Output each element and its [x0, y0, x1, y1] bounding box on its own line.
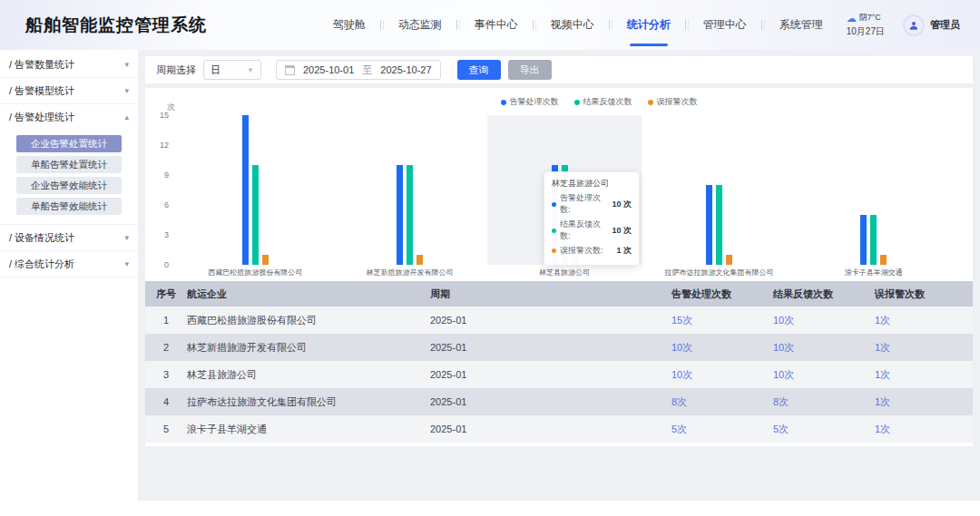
- tooltip-value: 10 次: [612, 199, 632, 210]
- nav-divider: [380, 20, 381, 30]
- nav-item-2[interactable]: 事件中心: [460, 0, 533, 50]
- nav-item-3[interactable]: 视频中心: [536, 0, 609, 50]
- nav-divider: [533, 20, 534, 30]
- row-index: 4: [145, 396, 187, 407]
- feedback-count-link[interactable]: 10次: [773, 368, 875, 382]
- chevron-down-icon: ▾: [124, 259, 129, 268]
- date-start: 2025-10-01: [303, 64, 354, 75]
- false-alarm-count-link[interactable]: 1次: [875, 423, 973, 436]
- legend-label: 告警处理次数: [510, 96, 559, 108]
- table-row: 3林芝县旅游公司2025-0110次10次1次: [145, 361, 973, 388]
- handled-count-link[interactable]: 15次: [671, 314, 773, 327]
- sidebar-group-label: / 告警模型统计: [9, 84, 74, 98]
- bar-group-4: 浪卡子县羊湖交通: [797, 115, 951, 265]
- table-header-cell: 误报警次数: [875, 287, 973, 301]
- tooltip-row: 结果反馈次数:10 次: [552, 219, 632, 242]
- bar[interactable]: [242, 115, 249, 265]
- handled-count-link[interactable]: 5次: [671, 423, 773, 436]
- false-alarm-count-link[interactable]: 1次: [875, 314, 973, 327]
- bar[interactable]: [407, 165, 413, 265]
- nav-item-4[interactable]: 统计分析: [612, 0, 685, 50]
- tooltip-title: 林芝县旅游公司: [552, 178, 632, 190]
- nav-item-6[interactable]: 系统管理: [765, 0, 838, 50]
- tooltip-row: 误报警次数:1 次: [552, 245, 632, 257]
- tooltip-series-name: 结果反馈次数:: [560, 219, 608, 242]
- company-cell: 林芝新措旅游开发有限公司: [187, 341, 430, 355]
- period-select[interactable]: 日 ▼: [203, 60, 261, 80]
- legend-label: 误报警次数: [657, 96, 698, 108]
- table-header-cell: 周期: [430, 287, 671, 301]
- tooltip-value: 10 次: [612, 225, 632, 237]
- x-axis-label: 西藏巴松措旅游股份有限公司: [208, 268, 302, 277]
- false-alarm-count-link[interactable]: 1次: [875, 368, 973, 382]
- sidebar-subitem[interactable]: 单船告警效能统计: [16, 198, 122, 215]
- bar[interactable]: [706, 185, 712, 265]
- sidebar-subitem[interactable]: 企业告警处置统计: [16, 135, 122, 152]
- table-row: 1西藏巴松措旅游股份有限公司2025-0115次10次1次: [145, 307, 973, 334]
- table-header-cell: 序号: [145, 287, 187, 301]
- sidebar-group-2: / 告警处理统计▴企业告警处置统计单船告警处置统计企业告警效能统计单船告警效能统…: [0, 104, 138, 225]
- table-header-cell: 告警处理次数: [671, 287, 773, 301]
- tooltip-series-name: 误报警次数:: [560, 245, 603, 257]
- sidebar-group-4: / 综合统计分析▾: [0, 251, 138, 277]
- tooltip-value: 1 次: [617, 245, 632, 257]
- false-alarm-count-link[interactable]: 1次: [875, 341, 973, 355]
- legend-dot-icon: [501, 100, 506, 105]
- bar[interactable]: [716, 185, 722, 265]
- legend-item[interactable]: 误报警次数: [648, 96, 698, 108]
- feedback-count-link[interactable]: 8次: [773, 395, 875, 409]
- tooltip-row: 告警处理次数:10 次: [552, 192, 632, 216]
- bar[interactable]: [726, 255, 732, 265]
- handled-count-link[interactable]: 8次: [671, 395, 773, 409]
- bar-group-0: 西藏巴松措旅游股份有限公司: [178, 115, 332, 265]
- bar[interactable]: [416, 255, 423, 265]
- nav-item-1[interactable]: 动态监测: [384, 0, 456, 50]
- bar[interactable]: [870, 215, 877, 265]
- sidebar-group-header-2[interactable]: / 告警处理统计▴: [9, 104, 129, 130]
- bar[interactable]: [397, 165, 403, 265]
- sidebar-submenu: 企业告警处置统计单船告警处置统计企业告警效能统计单船告警效能统计: [9, 130, 129, 224]
- export-button[interactable]: 导出: [508, 60, 552, 80]
- bar-group-2: 林芝县旅游公司林芝县旅游公司告警处理次数:10 次结果反馈次数:10 次误报警次…: [487, 115, 642, 265]
- table-row: 4拉萨布达拉旅游文化集团有限公司2025-018次8次1次: [145, 388, 973, 415]
- feedback-count-link[interactable]: 10次: [773, 314, 875, 327]
- date-range-picker[interactable]: 2025-10-01 至 2025-10-27: [276, 60, 441, 80]
- feedback-count-link[interactable]: 10次: [773, 341, 875, 355]
- user-menu[interactable]: 管理员: [903, 15, 960, 36]
- bar[interactable]: [262, 255, 269, 265]
- bar[interactable]: [880, 255, 887, 265]
- handled-count-link[interactable]: 10次: [671, 341, 773, 355]
- period-select-value: 日: [211, 63, 220, 77]
- chart-tooltip: 林芝县旅游公司告警处理次数:10 次结果反馈次数:10 次误报警次数:1 次: [544, 171, 640, 266]
- tooltip-series-name: 告警处理次数:: [560, 192, 608, 216]
- sidebar-group-header-1[interactable]: / 告警模型统计▾: [9, 78, 129, 103]
- sidebar-subitem[interactable]: 单船告警处置统计: [16, 156, 122, 173]
- sidebar-group-header-3[interactable]: / 设备情况统计▾: [9, 225, 129, 250]
- period-cell: 2025-01: [430, 315, 671, 326]
- nav-divider: [685, 20, 686, 30]
- sidebar-group-header-4[interactable]: / 综合统计分析▾: [9, 251, 129, 277]
- legend-dot-icon: [574, 100, 580, 105]
- sidebar-subitem[interactable]: 企业告警效能统计: [16, 177, 122, 194]
- bar[interactable]: [252, 165, 259, 265]
- data-table: 序号航运企业周期告警处理次数结果反馈次数误报警次数 1西藏巴松措旅游股份有限公司…: [145, 281, 973, 443]
- false-alarm-count-link[interactable]: 1次: [875, 395, 973, 409]
- period-cell: 2025-01: [430, 369, 671, 380]
- weather-condition: 阴7°C: [859, 12, 881, 24]
- legend-item[interactable]: 结果反馈次数: [574, 96, 632, 108]
- sidebar-group-header-0[interactable]: / 告警数量统计▾: [9, 52, 129, 77]
- top-bar: 船舶智能监控管理系统 驾驶舱动态监测事件中心视频中心统计分析管理中心系统管理 ☁…: [0, 0, 980, 50]
- bar-group-1: 林芝新措旅游开发有限公司: [332, 115, 486, 265]
- nav-divider: [456, 20, 457, 30]
- y-axis-tick: 6: [149, 200, 169, 209]
- nav-item-5[interactable]: 管理中心: [689, 0, 761, 50]
- query-button[interactable]: 查询: [457, 60, 501, 80]
- legend-item[interactable]: 告警处理次数: [501, 96, 559, 108]
- tooltip-dot-icon: [552, 248, 556, 253]
- bar[interactable]: [860, 215, 867, 265]
- handled-count-link[interactable]: 10次: [671, 368, 773, 382]
- nav-item-0[interactable]: 驾驶舱: [318, 0, 380, 50]
- y-axis-tick: 9: [149, 170, 169, 180]
- feedback-count-link[interactable]: 5次: [773, 423, 875, 436]
- date-separator: 至: [362, 63, 372, 77]
